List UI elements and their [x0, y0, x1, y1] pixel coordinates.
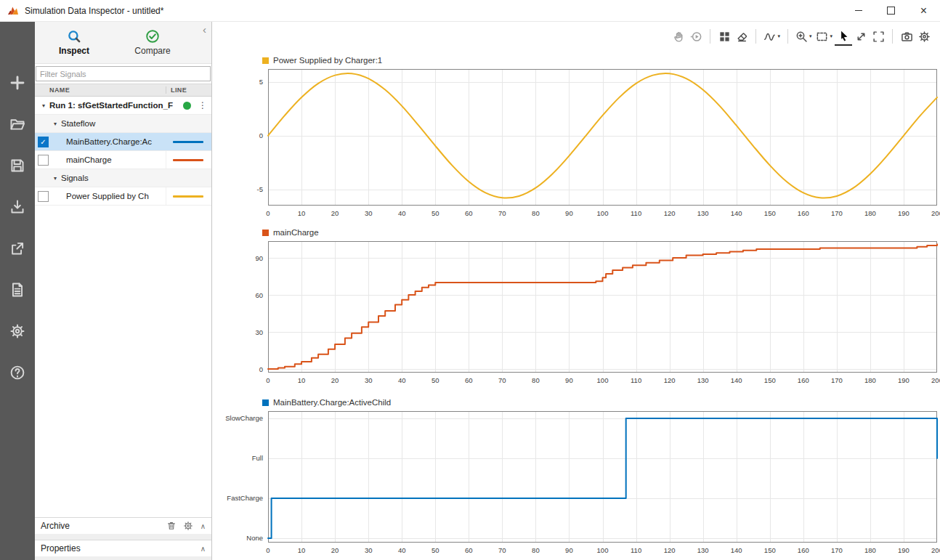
svg-text:200: 200 — [931, 546, 940, 554]
svg-text:170: 170 — [831, 546, 843, 554]
matlab-logo-icon — [7, 5, 19, 17]
svg-text:80: 80 — [532, 209, 540, 217]
filter-signals-input[interactable] — [36, 66, 211, 81]
svg-text:150: 150 — [764, 546, 776, 554]
legend-label: MainBattery.Charge:ActiveChild — [273, 398, 391, 407]
svg-text:60: 60 — [255, 291, 263, 299]
tab-compare-label: Compare — [134, 46, 170, 56]
line-style-cell[interactable] — [166, 187, 211, 205]
run-row[interactable]: ▾Run 1: sfGetStartedFunction_F⋮ — [35, 97, 211, 115]
signal-checkbox[interactable] — [38, 191, 49, 202]
svg-text:50: 50 — [431, 209, 439, 217]
expand-icon[interactable]: ▾ — [51, 175, 60, 182]
maincharge-chart[interactable]: 0306090010203040506070809010011012013014… — [212, 240, 940, 389]
fit-to-view-button[interactable] — [852, 27, 870, 46]
svg-text:70: 70 — [498, 376, 506, 384]
fit-to-view-icon — [855, 31, 867, 43]
signal-checkbox[interactable] — [38, 155, 49, 166]
tab-compare[interactable]: Compare — [113, 22, 192, 63]
svg-text:110: 110 — [631, 209, 641, 217]
svg-text:0: 0 — [259, 131, 263, 139]
signal-row[interactable]: Power Supplied by Ch — [35, 187, 211, 206]
preferences-button[interactable] — [6, 320, 29, 343]
toolbar-separator — [787, 29, 788, 44]
svg-text:160: 160 — [798, 209, 809, 217]
svg-text:130: 130 — [697, 209, 709, 217]
svg-text:None: None — [246, 534, 263, 542]
svg-text:160: 160 — [798, 546, 809, 554]
pan-button[interactable] — [670, 27, 687, 46]
column-header-line: LINE — [166, 86, 211, 94]
column-header-name: NAME — [35, 86, 166, 94]
clear-plots-button[interactable] — [733, 27, 750, 46]
svg-text:50: 50 — [431, 376, 439, 384]
replay-button[interactable] — [687, 27, 705, 46]
close-button[interactable]: × — [907, 0, 940, 21]
svg-text:180: 180 — [864, 209, 876, 217]
group-row-signals[interactable]: ▾Signals — [35, 169, 211, 187]
legend-swatch — [262, 230, 269, 236]
line-style-cell[interactable] — [166, 151, 211, 169]
table-header: NAME LINE — [35, 84, 211, 97]
run-menu-button[interactable]: ⋮ — [198, 100, 207, 110]
activechild-chart[interactable]: NoneFastChargeFullSlowCharge010203040506… — [212, 410, 940, 559]
svg-text:180: 180 — [864, 546, 876, 554]
archive-settings-icon[interactable] — [183, 521, 193, 531]
line-style-cell[interactable] — [166, 133, 211, 150]
create-report-button[interactable] — [6, 278, 29, 301]
export-button[interactable] — [6, 237, 29, 260]
pointer-button[interactable] — [835, 27, 852, 46]
help-button[interactable] — [6, 361, 29, 384]
clear-plots-icon — [736, 31, 748, 43]
archive-bar[interactable]: Archive ∧ — [35, 517, 211, 534]
svg-text:100: 100 — [597, 209, 609, 217]
signal-checkbox[interactable]: ✓ — [38, 137, 49, 147]
signal-line-swatch — [173, 195, 203, 198]
power-supplied-chart[interactable]: -505010203040506070809010011012013014015… — [212, 68, 940, 222]
svg-text:20: 20 — [331, 376, 339, 384]
add-run-button[interactable] — [6, 71, 29, 94]
svg-text:80: 80 — [532, 376, 540, 384]
signal-label: MainBattery.Charge:Ac — [66, 137, 166, 146]
delete-run-icon[interactable] — [166, 521, 177, 531]
minimize-button[interactable] — [842, 0, 875, 21]
subplot-layout-button[interactable] — [716, 27, 733, 46]
svg-text:70: 70 — [498, 209, 506, 217]
archive-collapse-icon[interactable]: ∧ — [200, 522, 206, 530]
chart-legend: Power Supplied by Charger:1 — [262, 54, 940, 67]
toolbar-separator — [892, 29, 893, 44]
collapse-panel-button[interactable]: ‹ — [203, 23, 206, 36]
tab-inspect[interactable]: Inspect — [35, 22, 113, 63]
dropdown-caret-icon: ▾ — [777, 33, 780, 39]
import-button[interactable] — [6, 195, 29, 219]
fullscreen-button[interactable] — [870, 27, 887, 46]
toolbar-separator — [755, 29, 756, 44]
add-run-icon — [9, 75, 25, 91]
signal-label: mainCharge — [66, 155, 166, 164]
save-button[interactable] — [6, 154, 29, 177]
signal-row[interactable]: ✓MainBattery.Charge:Ac — [35, 133, 211, 151]
signal-style-button[interactable]: ▾ — [761, 27, 782, 46]
maximize-icon — [887, 7, 895, 15]
open-button[interactable] — [6, 113, 29, 136]
svg-text:130: 130 — [697, 376, 709, 384]
zoom-in-button[interactable]: ▾ — [793, 27, 814, 46]
snapshot-button[interactable] — [898, 27, 915, 46]
svg-text:110: 110 — [631, 376, 641, 384]
group-label: Signals — [61, 174, 89, 182]
svg-text:10: 10 — [298, 209, 306, 217]
signal-table: ▾Run 1: sfGetStartedFunction_F⋮▾Stateflo… — [35, 97, 211, 517]
signal-row[interactable]: mainCharge — [35, 151, 211, 169]
properties-bar[interactable]: Properties ∧ — [35, 540, 211, 556]
chart-block-maincharge: mainCharge 03060900102030405060708090100… — [212, 226, 940, 389]
window-title: Simulation Data Inspector - untitled* — [25, 6, 163, 16]
settings-button[interactable] — [915, 27, 933, 46]
svg-text:190: 190 — [898, 209, 909, 217]
zoom-box-button[interactable]: ▾ — [814, 27, 835, 46]
properties-collapse-icon[interactable]: ∧ — [200, 545, 206, 553]
expand-icon[interactable]: ▾ — [39, 102, 48, 109]
expand-icon[interactable]: ▾ — [51, 121, 60, 127]
group-row-stateflow[interactable]: ▾Stateflow — [35, 115, 211, 133]
chart-legend: MainBattery.Charge:ActiveChild — [262, 396, 940, 409]
maximize-button[interactable] — [875, 0, 907, 21]
